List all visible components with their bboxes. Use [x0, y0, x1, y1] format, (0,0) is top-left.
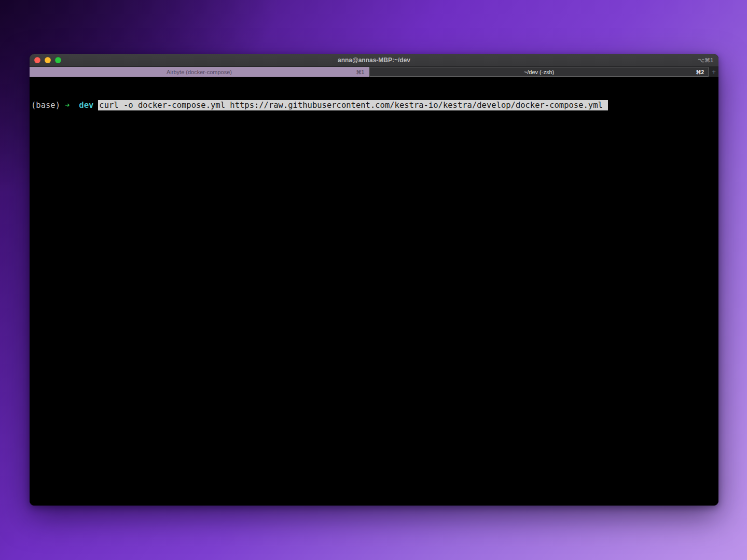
terminal-content[interactable]: (base)➜devcurl -o docker-compose.yml htt…	[30, 77, 718, 506]
conda-env-label: (base)	[31, 101, 60, 110]
window-title: anna@annas-MBP:~/dev	[30, 57, 718, 64]
minimize-button[interactable]	[45, 57, 51, 63]
prompt-directory: dev	[79, 101, 93, 110]
window-titlebar[interactable]: anna@annas-MBP:~/dev ⌥⌘1	[30, 54, 718, 67]
new-tab-button[interactable]: +	[709, 67, 718, 77]
close-button[interactable]	[34, 57, 40, 63]
tab-label: ~/dev (-zsh)	[524, 69, 554, 75]
zoom-button[interactable]	[55, 57, 61, 63]
prompt-arrow-icon: ➜	[65, 101, 70, 110]
terminal-window: anna@annas-MBP:~/dev ⌥⌘1 Airbyte (docker…	[30, 54, 718, 506]
selected-command-text: curl -o docker-compose.yml https://raw.g…	[98, 100, 608, 110]
tab-bar: Airbyte (docker-compose) ⌘1 ~/dev (-zsh)…	[30, 67, 718, 77]
traffic-lights	[30, 57, 61, 63]
prompt-line: (base)➜devcurl -o docker-compose.yml htt…	[31, 100, 717, 111]
tab-shortcut-hint: ⌘2	[696, 69, 704, 75]
tab-dev-zsh[interactable]: ~/dev (-zsh) ⌘2	[369, 67, 709, 77]
desktop-background: anna@annas-MBP:~/dev ⌥⌘1 Airbyte (docker…	[0, 0, 747, 560]
tab-airbyte-docker-compose[interactable]: Airbyte (docker-compose) ⌘1	[30, 67, 369, 77]
tab-shortcut-hint: ⌘1	[356, 69, 364, 75]
window-shortcut-hint: ⌥⌘1	[698, 57, 713, 64]
plus-icon: +	[712, 68, 716, 75]
tab-label: Airbyte (docker-compose)	[167, 69, 232, 75]
